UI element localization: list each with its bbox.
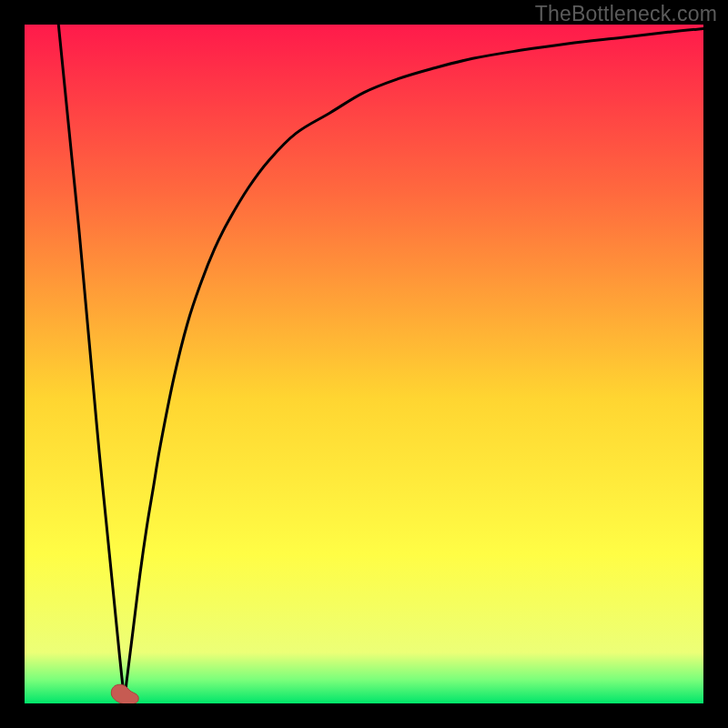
chart-container: TheBottleneck.com	[0, 0, 728, 728]
plot-area	[25, 25, 703, 703]
watermark-text: TheBottleneck.com	[535, 2, 717, 26]
gradient-background	[25, 25, 703, 703]
chart-svg	[25, 25, 703, 703]
